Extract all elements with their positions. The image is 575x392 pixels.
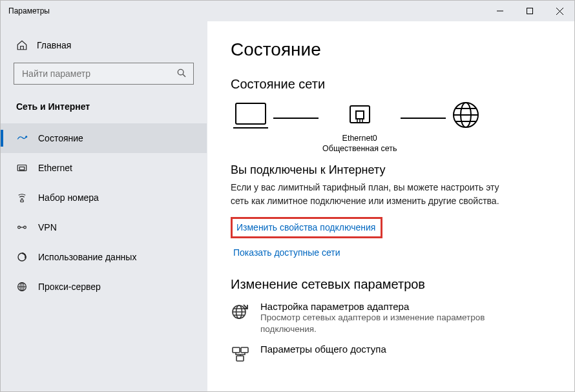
network-status-heading: Состояние сети [231, 77, 551, 92]
diagram-globe [450, 101, 482, 154]
svg-point-6 [18, 226, 21, 229]
sidebar-home-label: Главная [37, 40, 71, 50]
sidebar-item-label: Набор номера [38, 192, 99, 203]
sidebar-item-proxy[interactable]: Прокси-сервер [1, 272, 207, 302]
svg-rect-5 [21, 200, 24, 202]
option-title: Настройка параметров адаптера [260, 301, 499, 312]
option-adapter-settings[interactable]: Настройка параметров адаптера Просмотр с… [231, 301, 551, 336]
sidebar-nav: Состояние Ethernet Набор номера [1, 119, 207, 302]
svg-rect-18 [233, 347, 240, 353]
search-icon [176, 68, 188, 79]
link-change-connection-props[interactable]: Изменить свойства подключения [231, 217, 382, 238]
page-title: Состояние [231, 39, 551, 60]
option-title: Параметры общего доступа [260, 344, 386, 355]
svg-rect-11 [236, 103, 266, 124]
adapter-settings-icon [231, 301, 251, 336]
option-description: Просмотр сетевых адаптеров и изменение п… [260, 312, 499, 336]
search-box[interactable] [14, 63, 194, 85]
home-icon [16, 39, 28, 51]
sidebar-item-label: Ethernet [38, 163, 72, 173]
change-network-params-heading: Изменение сетевых параметров [231, 277, 551, 292]
maximize-button[interactable] [515, 1, 545, 21]
titlebar: Параметры [1, 1, 574, 21]
svg-rect-20 [236, 356, 244, 361]
sidebar-item-vpn[interactable]: VPN [1, 212, 207, 242]
connected-heading: Вы подключены к Интернету [231, 163, 551, 177]
close-button[interactable] [545, 1, 574, 21]
ethernet-icon [16, 162, 28, 174]
diagram-adapter-type: Общественная сеть [322, 143, 397, 154]
svg-point-7 [24, 226, 26, 229]
sidebar-item-label: VPN [38, 222, 57, 232]
connected-description: Если у вас лимитный тарифный план, вы мо… [231, 181, 508, 208]
link-show-available-networks[interactable]: Показать доступные сети [233, 247, 551, 258]
sidebar: Главная Сеть и Интернет Состояние [1, 21, 207, 391]
sidebar-home[interactable]: Главная [1, 39, 207, 63]
minimize-button[interactable] [485, 1, 515, 21]
main-content: Состояние Состояние сети [207, 21, 574, 391]
svg-rect-19 [241, 347, 248, 353]
svg-point-1 [178, 69, 183, 75]
svg-rect-13 [356, 111, 364, 119]
data-usage-icon [16, 251, 28, 263]
svg-rect-4 [19, 167, 25, 170]
network-diagram: Ethernet0 Общественная сеть [232, 101, 551, 154]
diagram-pc [232, 101, 269, 154]
svg-rect-0 [527, 8, 533, 14]
svg-point-2 [26, 136, 27, 138]
sidebar-item-ethernet[interactable]: Ethernet [1, 153, 207, 183]
status-icon [16, 132, 28, 144]
sharing-settings-icon [231, 344, 251, 366]
search-input[interactable] [21, 68, 176, 79]
diagram-line-2 [401, 118, 446, 119]
diagram-line-1 [273, 118, 319, 119]
sidebar-item-label: Состояние [38, 133, 83, 143]
vpn-icon [16, 222, 28, 233]
sidebar-item-label: Использование данных [38, 252, 136, 262]
sidebar-section-title: Сеть и Интернет [1, 101, 207, 119]
sidebar-item-dialup[interactable]: Набор номера [1, 183, 207, 212]
window-title: Параметры [8, 6, 50, 15]
proxy-icon [16, 281, 28, 293]
diagram-adapter-name: Ethernet0 [322, 133, 397, 143]
dialup-icon [16, 192, 28, 203]
option-sharing-settings[interactable]: Параметры общего доступа [231, 344, 551, 366]
sidebar-item-label: Прокси-сервер [38, 282, 101, 292]
sidebar-item-status[interactable]: Состояние [1, 123, 207, 153]
diagram-adapter: Ethernet0 Общественная сеть [322, 101, 397, 154]
sidebar-item-datausage[interactable]: Использование данных [1, 242, 207, 272]
